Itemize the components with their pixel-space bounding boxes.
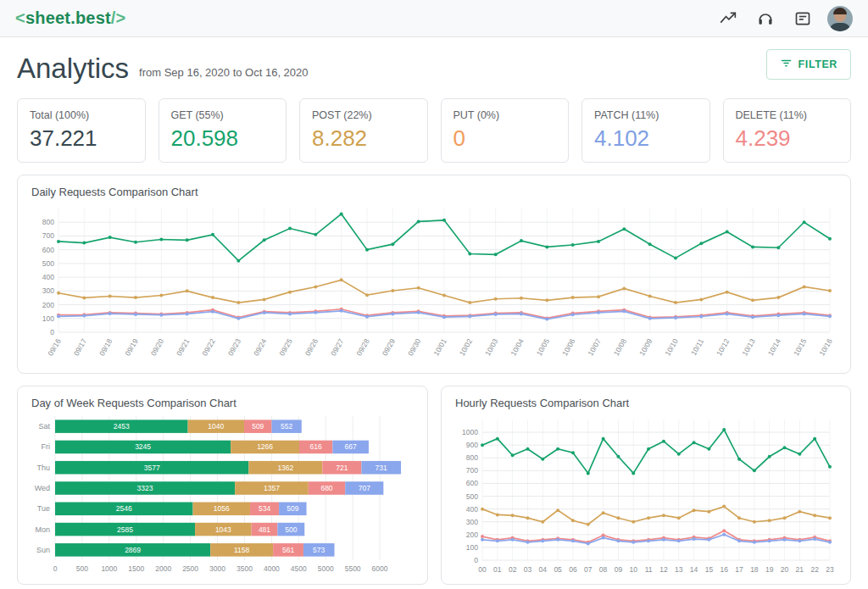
filter-button-label: FILTER	[798, 58, 837, 70]
svg-text:11: 11	[645, 565, 653, 574]
svg-text:2000: 2000	[155, 564, 171, 573]
svg-text:10/15: 10/15	[792, 337, 808, 358]
svg-text:731: 731	[376, 464, 387, 472]
svg-text:2500: 2500	[182, 564, 198, 573]
day-of-week-chart-panel: Day of Week Requests Comparison Chart 05…	[17, 386, 428, 585]
svg-text:1000: 1000	[101, 564, 117, 573]
headset-icon[interactable]	[756, 9, 775, 28]
svg-text:400: 400	[466, 505, 478, 514]
svg-text:10/11: 10/11	[689, 337, 705, 357]
svg-text:10/02: 10/02	[458, 337, 474, 358]
svg-text:200: 200	[466, 531, 478, 539]
date-range-label: from Sep 16, 2020 to Oct 16, 2020	[139, 66, 308, 85]
svg-text:534: 534	[259, 504, 270, 513]
svg-text:Thu: Thu	[36, 464, 50, 472]
topbar: <sheet.best/>	[0, 0, 868, 37]
svg-text:09/18: 09/18	[97, 337, 114, 358]
stats-row: Total (100%) 37.221 GET (55%) 20.598 POS…	[17, 98, 851, 163]
day-of-week-chart-title: Day of Week Requests Comparison Chart	[31, 397, 417, 409]
svg-text:Fri: Fri	[42, 442, 51, 451]
svg-text:500: 500	[466, 492, 478, 501]
svg-text:800: 800	[42, 218, 54, 226]
stat-card-get: GET (55%) 20.598	[159, 98, 287, 163]
stat-card-delete: DELETE (11%) 4.239	[723, 98, 852, 163]
stat-label: GET (55%)	[171, 109, 275, 121]
svg-text:09/22: 09/22	[200, 337, 216, 358]
svg-text:500: 500	[42, 259, 54, 268]
svg-text:800: 800	[466, 453, 478, 462]
stat-value: 4.102	[594, 125, 698, 152]
svg-text:700: 700	[42, 231, 54, 240]
svg-text:509: 509	[287, 504, 298, 513]
app-logo[interactable]: <sheet.best/>	[15, 8, 125, 28]
svg-text:09/28: 09/28	[354, 337, 370, 358]
news-icon[interactable]	[793, 9, 812, 28]
svg-text:1043: 1043	[215, 525, 231, 534]
svg-text:4000: 4000	[264, 564, 280, 573]
stat-card-put: PUT (0%) 0	[441, 98, 570, 163]
svg-text:03: 03	[524, 565, 532, 574]
stat-card-total: Total (100%) 37.221	[17, 98, 146, 163]
filter-icon	[780, 57, 793, 72]
svg-text:400: 400	[42, 273, 54, 281]
svg-text:10/12: 10/12	[715, 337, 731, 358]
hourly-chart-title: Hourly Requests Comparison Chart	[455, 397, 840, 409]
svg-text:12: 12	[659, 565, 668, 574]
svg-text:13: 13	[675, 565, 683, 574]
trending-up-icon[interactable]	[719, 9, 737, 28]
svg-text:100: 100	[42, 314, 54, 323]
svg-text:08: 08	[599, 565, 608, 574]
svg-text:100: 100	[466, 543, 478, 552]
svg-text:1158: 1158	[234, 546, 250, 554]
svg-text:09/20: 09/20	[149, 337, 165, 358]
svg-text:1056: 1056	[214, 504, 230, 513]
svg-text:09/24: 09/24	[252, 337, 268, 358]
svg-text:509: 509	[252, 422, 264, 431]
svg-text:6000: 6000	[372, 564, 388, 573]
svg-text:Wed: Wed	[35, 484, 50, 492]
svg-text:09/17: 09/17	[72, 337, 88, 358]
svg-text:04: 04	[539, 565, 548, 574]
svg-text:15: 15	[705, 565, 714, 574]
stat-label: PUT (0%)	[453, 109, 557, 121]
svg-text:561: 561	[282, 546, 294, 554]
svg-text:552: 552	[281, 422, 292, 431]
svg-text:300: 300	[42, 286, 54, 295]
svg-text:1000: 1000	[462, 428, 478, 436]
avatar-shoulders	[829, 23, 851, 31]
svg-text:600: 600	[42, 246, 54, 254]
svg-text:616: 616	[310, 442, 322, 451]
svg-text:5000: 5000	[318, 564, 334, 573]
svg-text:4500: 4500	[291, 564, 307, 573]
svg-text:10/13: 10/13	[740, 337, 756, 358]
svg-text:10/06: 10/06	[560, 337, 576, 358]
svg-text:07: 07	[584, 565, 593, 574]
day-of-week-requests-chart: 0500100015002000250030003500400045005000…	[28, 413, 417, 579]
svg-text:200: 200	[42, 301, 54, 309]
svg-text:667: 667	[345, 442, 357, 451]
svg-text:1357: 1357	[264, 484, 280, 492]
stat-card-patch: PATCH (11%) 4.102	[581, 98, 710, 163]
avatar[interactable]	[827, 6, 853, 31]
svg-text:600: 600	[466, 479, 478, 487]
svg-text:10/10: 10/10	[663, 337, 679, 358]
svg-text:500: 500	[285, 525, 297, 534]
svg-text:10/16: 10/16	[817, 337, 833, 358]
svg-text:10/08: 10/08	[612, 337, 628, 358]
svg-text:00: 00	[478, 565, 487, 574]
svg-text:09/21: 09/21	[175, 337, 191, 358]
avatar-hair	[833, 8, 847, 14]
svg-text:1040: 1040	[208, 422, 224, 431]
daily-chart-title: Daily Requests Comparison Chart	[31, 186, 840, 198]
svg-text:5500: 5500	[345, 564, 361, 573]
svg-text:09/30: 09/30	[406, 337, 422, 358]
svg-text:Mon: Mon	[35, 525, 50, 534]
stat-label: PATCH (11%)	[594, 109, 698, 121]
stat-value: 8.282	[312, 125, 415, 152]
svg-text:16: 16	[720, 565, 728, 574]
svg-text:10/04: 10/04	[509, 337, 525, 358]
filter-button[interactable]: FILTER	[766, 49, 851, 80]
logo-name: sheet.best	[25, 8, 111, 27]
svg-text:481: 481	[259, 525, 270, 534]
page-header: Analytics from Sep 16, 2020 to Oct 16, 2…	[0, 37, 868, 90]
